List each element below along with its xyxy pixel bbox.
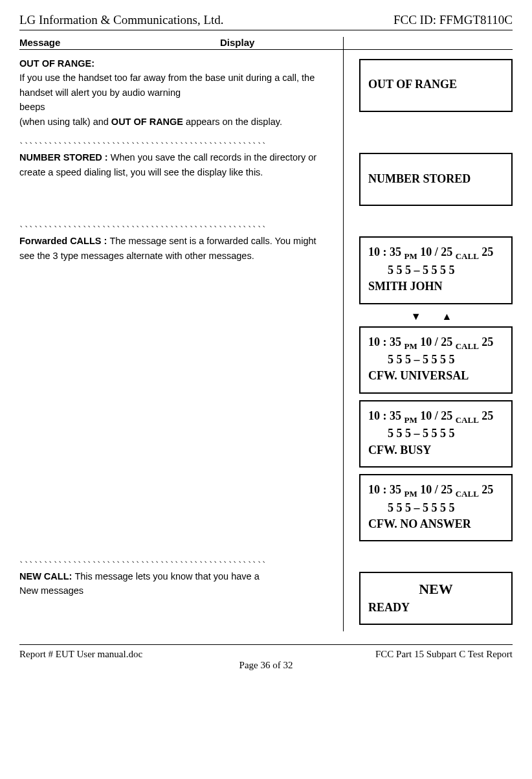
separator-2: ˎˎˎˎˎˎˎˎˎˎˎˎˎˎˎˎˎˎˎˎˎˎˎˎˎˎˎˎˎˎˎˎˎˎˎˎˎˎˎˎ… <box>19 218 513 227</box>
number-stored-text: NUMBER STORED : When you save the call r… <box>19 150 340 179</box>
lcd-forward-1: 10 : 35 PM 10 / 25 CALL 25 5 5 5 – 5 5 5… <box>359 236 513 304</box>
lcd-forward-2-name: CFW. UNIVERSAL <box>368 368 504 384</box>
lcd-forward-2: 10 : 35 PM 10 / 25 CALL 25 5 5 5 – 5 5 5… <box>359 326 513 394</box>
lcd-forward-4: 10 : 35 PM 10 / 25 CALL 25 5 5 5 – 5 5 5… <box>359 474 513 541</box>
out-of-range-post2: appears on the display. <box>183 117 282 127</box>
lcd-forward-4-time: 10 : 35 PM 10 / 25 CALL 25 <box>368 482 504 500</box>
separator-1: ˎˎˎˎˎˎˎˎˎˎˎˎˎˎˎˎˎˎˎˎˎˎˎˎˎˎˎˎˎˎˎˎˎˎˎˎˎˎˎˎ… <box>19 134 513 144</box>
lcd-new-call-bottom: READY <box>368 600 504 616</box>
footer-subpart: FCC Part 15 Subpart C Test Report <box>375 649 513 660</box>
header-company: LG Information & Communications, Ltd. <box>19 13 224 27</box>
column-header-display: Display <box>220 37 254 48</box>
header-rule <box>19 30 513 30</box>
out-of-range-beeps: beeps <box>19 102 45 112</box>
lcd-forward-2-phone: 5 5 5 – 5 5 5 5 <box>368 352 504 368</box>
new-call-body2: New messages <box>19 585 83 596</box>
lcd-out-of-range: OUT OF RANGE <box>359 59 513 112</box>
out-of-range-text: OUT OF RANGE: If you use the handset too… <box>19 56 340 129</box>
new-call-body: This message lets you know that you have… <box>74 571 259 581</box>
new-call-text: NEW CALL: This message lets you know tha… <box>19 569 340 598</box>
separator-3: ˎˎˎˎˎˎˎˎˎˎˎˎˎˎˎˎˎˎˎˎˎˎˎˎˎˎˎˎˎˎˎˎˎˎˎˎˎˎˎˎ… <box>19 553 513 563</box>
out-of-range-bold: OUT OF RANGE <box>111 117 183 127</box>
out-of-range-body-pre: If you use the handset too far away from… <box>19 73 315 97</box>
lcd-number-stored: NUMBER STORED <box>359 153 513 206</box>
footer-rule <box>19 644 513 645</box>
lcd-forward-3-phone: 5 5 5 – 5 5 5 5 <box>368 425 504 442</box>
lcd-new-call: NEW READY <box>359 572 513 625</box>
out-of-range-title: OUT OF RANGE: <box>19 58 94 69</box>
column-divider <box>343 37 344 631</box>
header-fcc-id: FCC ID: FFMGT8110C <box>393 13 513 27</box>
lcd-forward-3: 10 : 35 PM 10 / 25 CALL 25 5 5 5 – 5 5 5… <box>359 400 513 468</box>
lcd-forward-1-phone: 5 5 5 – 5 5 5 5 <box>368 262 504 278</box>
forwarded-title: Forwarded CALLS : <box>19 236 109 246</box>
lcd-new-call-top: NEW <box>368 580 504 600</box>
footer-page: Page 36 of 32 <box>19 660 513 671</box>
lcd-forward-4-name: CFW. NO ANSWER <box>368 516 504 532</box>
lcd-forward-3-name: CFW. BUSY <box>368 442 504 458</box>
new-call-title: NEW CALL: <box>19 571 74 581</box>
lcd-forward-1-time: 10 : 35 PM 10 / 25 CALL 25 <box>368 244 504 262</box>
lcd-out-of-range-text: OUT OF RANGE <box>368 76 504 93</box>
footer-report: Report # EUT User manual.doc <box>19 649 142 660</box>
column-header-message: Message <box>19 37 220 48</box>
lcd-forward-4-phone: 5 5 5 – 5 5 5 5 <box>368 500 504 516</box>
forwarded-text: Forwarded CALLS : The message sent is a … <box>19 234 340 263</box>
out-of-range-post1: (when using talk) and <box>19 117 111 127</box>
lcd-forward-3-time: 10 : 35 PM 10 / 25 CALL 25 <box>368 408 504 426</box>
lcd-forward-2-time: 10 : 35 PM 10 / 25 CALL 25 <box>368 334 504 352</box>
lcd-forward-1-name: SMITH JOHN <box>368 278 504 295</box>
number-stored-title: NUMBER STORED : <box>19 152 111 163</box>
header-underline <box>19 49 513 50</box>
up-down-arrows-icon: ▼ ▲ <box>359 311 513 322</box>
lcd-number-stored-text: NUMBER STORED <box>368 171 504 187</box>
